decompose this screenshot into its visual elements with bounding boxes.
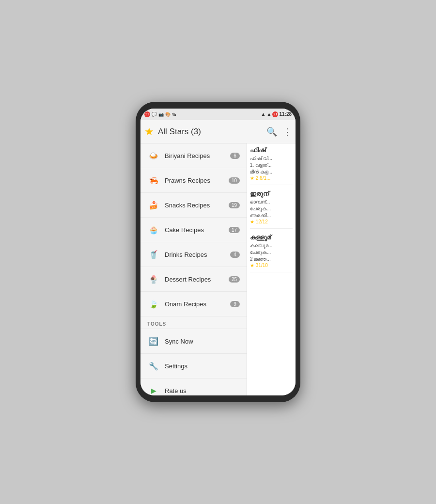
signal-icon: ▲ — [267, 111, 272, 117]
wifi-icon: ▲ — [261, 111, 266, 117]
dessert-badge: 25 — [229, 276, 240, 283]
right-section-irun: ഇരുന് ഓമ്പന്... ചേരുക... അരക്കി... ★ 12/… — [250, 190, 293, 229]
right-kallu-sub2: ചേരുക... — [250, 249, 293, 256]
prawns-badge: 10 — [229, 177, 240, 184]
nav-drawer: 🍛 Biriyani Recipes 6 🦐 Prawns Recipes 10… — [140, 143, 247, 395]
right-irun-sub3: അരക്കി... — [250, 212, 293, 219]
right-section-fish: ഫിഷ് ഫിഷ് വി... 1. വട്ടത്... മീൻ കള... ★… — [250, 146, 293, 185]
rateus-label: Rate us — [165, 387, 187, 394]
rateus-icon: ▶ — [147, 384, 160, 395]
cake-badge: 17 — [229, 227, 240, 233]
sync-icon: 🔄 — [147, 335, 160, 347]
settings-label: Settings — [165, 362, 187, 370]
phone-device: 21 💬 📷 🎨 🛍 ▲ ▲ 21 11:28 ★ All Stars (3) … — [136, 102, 300, 402]
dessert-icon: 🍨 — [147, 273, 160, 285]
cake-label: Cake Recipes — [165, 226, 229, 234]
right-irun-star: ★ 12/12 — [250, 219, 293, 224]
content-area: 🍛 Biriyani Recipes 6 🦐 Prawns Recipes 10… — [140, 143, 296, 395]
bag-icon: 🛍 — [172, 112, 176, 117]
more-options-button[interactable]: ⋮ — [283, 126, 292, 137]
nav-item-prawns[interactable]: 🦐 Prawns Recipes 10 — [140, 168, 247, 193]
screenshot-icon: 📷 — [158, 112, 164, 117]
right-fish-sub2: 1. വട്ടത്... — [250, 162, 293, 169]
tool-item-settings[interactable]: 🔧 Settings — [140, 354, 247, 378]
status-bar: 21 💬 📷 🎨 🛍 ▲ ▲ 21 11:28 — [140, 109, 296, 120]
right-kallu-sub1: കല്ലുമ... — [250, 242, 293, 249]
nav-item-dessert[interactable]: 🍨 Dessert Recipes 25 — [140, 267, 247, 292]
app-title: All Stars (3) — [158, 127, 263, 137]
status-right-icons: ▲ ▲ 21 11:28 — [261, 111, 292, 117]
right-irun-title: ഇരുന് — [250, 190, 293, 198]
right-kallu-sub3: 2 മഞ്ഞ... — [250, 256, 293, 263]
star-icon: ★ — [144, 126, 154, 138]
nav-item-biriyani[interactable]: 🍛 Biriyani Recipes 6 — [140, 143, 247, 168]
right-section-kallu: കള്ളുമ് കല്ലുമ... ചേരുക... 2 മഞ്ഞ... ★ 3… — [250, 234, 293, 272]
dessert-label: Dessert Recipes — [165, 276, 229, 283]
drinks-label: Drinks Recipes — [165, 251, 230, 258]
right-kallu-star: ★ 31/10 — [250, 263, 293, 268]
onam-badge: 9 — [230, 301, 240, 307]
right-kallu-title: കള്ളുമ് — [250, 234, 293, 241]
sync-label: Sync Now — [165, 338, 193, 345]
right-irun-sub2: ചേരുക... — [250, 205, 293, 212]
battery-badge: 21 — [272, 111, 278, 117]
onam-label: Onam Recipes — [165, 300, 230, 308]
biriyani-badge: 6 — [230, 153, 240, 159]
paint-icon: 🎨 — [165, 112, 171, 117]
snacks-label: Snacks Recipes — [165, 202, 229, 209]
nav-item-snacks[interactable]: 🍰 Snacks Recipes 19 — [140, 193, 247, 218]
clock: 11:28 — [279, 111, 292, 117]
tool-item-sync[interactable]: 🔄 Sync Now — [140, 329, 247, 354]
drinks-icon: 🥤 — [147, 248, 160, 261]
onam-icon: 🍃 — [147, 298, 160, 310]
right-irun-sub1: ഓമ്പന്... — [250, 199, 293, 205]
right-fish-sub3: മീൻ കള... — [250, 169, 293, 175]
nav-item-cake[interactable]: 🧁 Cake Recipes 17 — [140, 218, 247, 242]
tools-header: TOOLS — [140, 316, 247, 329]
biriyani-icon: 🍛 — [147, 149, 160, 162]
right-fish-sub1: ഫിഷ് വി... — [250, 155, 293, 162]
prawns-icon: 🦐 — [147, 174, 160, 187]
app-bar: ★ All Stars (3) 🔍 ⋮ — [140, 120, 296, 143]
prawns-label: Prawns Recipes — [165, 177, 229, 184]
notification-count: 21 — [144, 111, 150, 117]
app-bar-actions: 🔍 ⋮ — [266, 126, 292, 137]
snacks-icon: 🍰 — [147, 199, 160, 211]
cake-icon: 🧁 — [147, 223, 160, 236]
right-panel: ഫിഷ് ഫിഷ് വി... 1. വട്ടത്... മീൻ കള... ★… — [247, 143, 296, 395]
nav-item-drinks[interactable]: 🥤 Drinks Recipes 4 — [140, 242, 247, 267]
phone-screen: 21 💬 📷 🎨 🛍 ▲ ▲ 21 11:28 ★ All Stars (3) … — [140, 109, 296, 395]
right-fish-title: ഫിഷ് — [250, 146, 293, 154]
whatsapp-icon: 💬 — [152, 112, 157, 117]
settings-icon: 🔧 — [147, 360, 160, 372]
snacks-badge: 19 — [229, 202, 240, 208]
right-fish-star: ★ 2.6/1... — [250, 175, 293, 181]
search-button[interactable]: 🔍 — [266, 126, 277, 137]
status-left-icons: 21 💬 📷 🎨 🛍 — [144, 111, 176, 117]
nav-item-onam[interactable]: 🍃 Onam Recipes 9 — [140, 292, 247, 316]
tool-item-rateus[interactable]: ▶ Rate us — [140, 378, 247, 395]
drinks-badge: 4 — [230, 252, 240, 258]
biriyani-label: Biriyani Recipes — [165, 152, 230, 159]
